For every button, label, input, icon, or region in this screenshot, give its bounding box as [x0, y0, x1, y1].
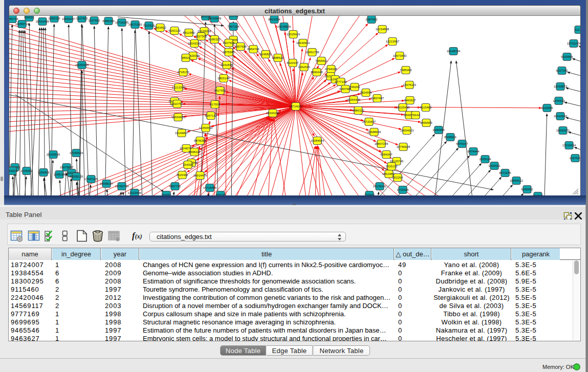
svg-text:8878352: 8878352: [194, 139, 206, 142]
svg-text:16543382: 16543382: [188, 42, 202, 45]
svg-text:9242848: 9242848: [221, 63, 233, 67]
svg-text:10958107: 10958107: [100, 182, 114, 185]
svg-text:7955812: 7955812: [315, 59, 328, 62]
svg-text:1588520: 1588520: [272, 56, 284, 59]
svg-text:1527602: 1527602: [76, 17, 88, 20]
svg-text:2967608: 2967608: [234, 45, 247, 48]
svg-text:10719185: 10719185: [115, 21, 129, 24]
svg-text:6879197: 6879197: [456, 142, 468, 145]
svg-text:2935114: 2935114: [480, 158, 492, 161]
svg-text:12213967: 12213967: [386, 40, 400, 43]
svg-text:9160123: 9160123: [168, 29, 181, 32]
svg-text:2087652: 2087652: [365, 18, 378, 21]
svg-text:9227342: 9227342: [556, 69, 568, 72]
svg-text:9115460: 9115460: [420, 106, 432, 109]
svg-text:17957225: 17957225: [84, 178, 98, 181]
svg-text:16033809: 16033809: [208, 17, 222, 20]
svg-text:10653267: 10653267: [62, 17, 76, 20]
svg-text:154099: 154099: [183, 163, 193, 166]
svg-text:20364436: 20364436: [347, 98, 361, 101]
svg-text:1362615: 1362615: [298, 65, 310, 69]
svg-text:8813054: 8813054: [268, 18, 280, 21]
svg-text:9327505: 9327505: [195, 35, 207, 38]
svg-text:15716485: 15716485: [203, 186, 217, 189]
svg-text:924565: 924565: [533, 194, 543, 195]
svg-text:1215682: 1215682: [20, 169, 33, 172]
svg-text:7625402: 7625402: [176, 173, 188, 177]
svg-text:16782759: 16782759: [115, 185, 129, 188]
svg-text:29053346: 29053346: [75, 63, 89, 67]
svg-text:14136141: 14136141: [373, 185, 387, 188]
svg-text:1167533: 1167533: [570, 157, 580, 160]
svg-text:735722: 735722: [228, 16, 239, 17]
svg-text:18300295: 18300295: [266, 112, 280, 115]
svg-text:13325419: 13325419: [287, 33, 300, 36]
svg-text:733426: 733426: [364, 193, 375, 195]
svg-text:939151: 939151: [24, 16, 35, 19]
svg-text:8186323: 8186323: [208, 38, 221, 41]
svg-text:8454749: 8454749: [247, 48, 259, 51]
svg-text:165051: 165051: [161, 193, 172, 195]
svg-text:9463627: 9463627: [404, 99, 416, 102]
svg-text:9329966: 9329966: [561, 55, 573, 58]
svg-text:1910751: 1910751: [171, 102, 183, 105]
svg-text:9084067: 9084067: [380, 153, 393, 156]
svg-text:905135: 905135: [215, 193, 226, 195]
svg-text:12093873: 12093873: [554, 85, 568, 88]
svg-text:3215955: 3215955: [541, 106, 553, 110]
svg-text:18807249: 18807249: [375, 142, 388, 145]
svg-text:6466160: 6466160: [102, 19, 115, 23]
svg-text:16914479: 16914479: [193, 174, 207, 177]
svg-text:7357224: 7357224: [227, 25, 239, 28]
svg-text:19166827: 19166827: [175, 132, 189, 135]
svg-text:1527602: 1527602: [88, 19, 100, 22]
svg-text:1156829: 1156829: [38, 171, 50, 174]
svg-text:1432621: 1432621: [488, 164, 500, 167]
svg-text:17016504: 17016504: [562, 144, 576, 147]
svg-text:8990448: 8990448: [311, 71, 323, 74]
svg-text:9245652: 9245652: [521, 188, 533, 191]
svg-text:10756928: 10756928: [397, 145, 410, 148]
svg-text:10688609: 10688609: [367, 130, 381, 134]
svg-text:19654985: 19654985: [171, 116, 185, 119]
svg-text:16671365: 16671365: [128, 23, 142, 26]
svg-text:391513: 391513: [9, 169, 18, 172]
svg-text:10807487: 10807487: [371, 97, 384, 100]
svg-text:8912956: 8912956: [183, 31, 195, 34]
svg-text:1615132: 1615132: [385, 165, 398, 168]
svg-text:18640910: 18640910: [296, 41, 310, 45]
svg-text:1244413: 1244413: [553, 99, 565, 102]
svg-text:7485063: 7485063: [400, 69, 412, 72]
svg-text:7515526: 7515526: [143, 24, 155, 27]
svg-text:19218906: 19218906: [277, 25, 291, 28]
svg-text:1640954: 1640954: [432, 128, 445, 132]
svg-text:3875685: 3875685: [223, 51, 235, 54]
svg-text:917008: 917008: [210, 103, 221, 106]
svg-text:10654112: 10654112: [510, 179, 524, 182]
svg-text:746266: 746266: [350, 85, 360, 89]
svg-text:3824554: 3824554: [360, 91, 372, 94]
svg-text:14055714: 14055714: [15, 23, 29, 26]
svg-text:17359924: 17359924: [70, 151, 83, 155]
svg-text:11171: 11171: [575, 28, 580, 31]
svg-text:75644: 75644: [411, 114, 420, 117]
svg-text:10025458: 10025458: [396, 106, 410, 109]
svg-text:16961758: 16961758: [306, 51, 319, 54]
svg-text:12353594: 12353594: [199, 126, 213, 129]
svg-text:8267130: 8267130: [205, 114, 217, 117]
svg-text:9657791: 9657791: [169, 185, 181, 188]
svg-text:12923446: 12923446: [128, 191, 142, 194]
svg-text:19384554: 19384554: [311, 139, 324, 142]
svg-text:12505135: 12505135: [70, 175, 83, 178]
svg-text:9146821: 9146821: [259, 53, 272, 56]
svg-text:9699695: 9699695: [420, 121, 432, 124]
svg-text:9777169: 9777169: [335, 80, 347, 83]
svg-text:2803144: 2803144: [217, 77, 230, 80]
svg-text:15751074: 15751074: [567, 42, 580, 45]
svg-text:10973493: 10973493: [393, 54, 407, 57]
svg-text:18724007: 18724007: [289, 105, 303, 108]
svg-text:8427552: 8427552: [214, 89, 226, 92]
svg-text:9474444: 9474444: [467, 150, 480, 153]
svg-text:16648784: 16648784: [447, 50, 461, 53]
svg-text:20691406: 20691406: [36, 20, 50, 23]
